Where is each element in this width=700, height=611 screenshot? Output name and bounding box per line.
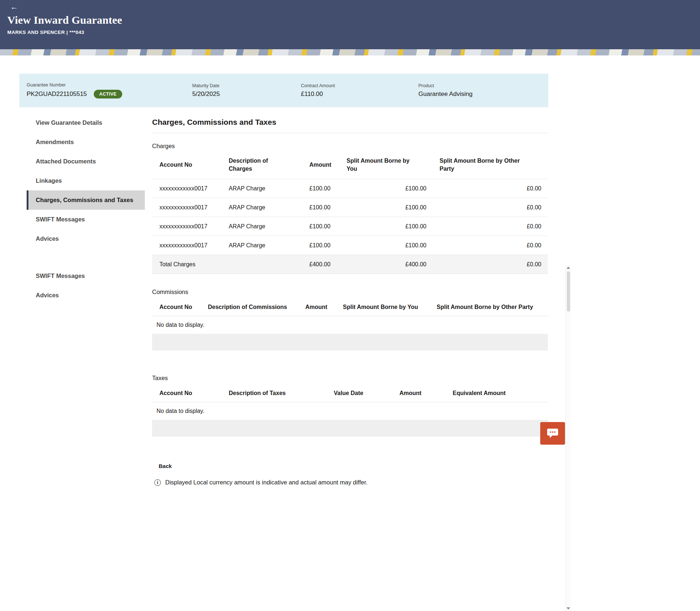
col-account-no: Account No	[159, 390, 229, 397]
guarantee-number-value: PK2GUAD221105515	[27, 90, 87, 98]
vertical-scrollbar[interactable]	[565, 265, 571, 611]
sidebar-item-linkages[interactable]: Linkages	[27, 171, 145, 190]
account-no-cell: xxxxxxxxxxxx0017	[152, 179, 221, 198]
amount-cell: £100.00	[309, 217, 347, 236]
col-amount: Amount	[309, 151, 347, 179]
sidebar-item-advices-2[interactable]: Advices	[27, 286, 145, 305]
charges-table: Account No Description of Charges Amount…	[152, 151, 548, 274]
split-other-cell: £0.00	[440, 236, 548, 255]
back-button[interactable]: Back	[159, 463, 172, 469]
account-no-cell: xxxxxxxxxxxx0017	[152, 198, 221, 217]
col-split-other: Split Amount Borne by Other Party	[437, 304, 548, 310]
summary-field-maturity-date: Maturity Date 5/20/2025	[192, 83, 301, 98]
page-title: View Inward Guarantee	[7, 14, 700, 26]
field-label: Product	[418, 83, 472, 88]
chat-bubble-icon	[546, 428, 559, 440]
taxes-header-row: Account No Description of Taxes Value Da…	[152, 384, 548, 402]
col-amount: Amount	[399, 390, 453, 397]
page-subtitle: MARKS AND SPENCER | ***043	[7, 30, 700, 35]
sidebar-item-swift-messages[interactable]: SWIFT Messages	[27, 210, 145, 229]
total-split-you: £400.00	[347, 255, 440, 274]
product-value: Guarantee Advising	[418, 90, 472, 98]
summary-field-product: Product Guarantee Advising	[418, 83, 472, 98]
sidebar-item-swift-messages-2[interactable]: SWIFT Messages	[27, 266, 145, 286]
commissions-empty-text: No data to display.	[152, 316, 548, 334]
field-label: Maturity Date	[192, 83, 301, 88]
charges-section-label: Charges	[152, 143, 548, 150]
col-split-other: Split Amount Borne by Other Party	[440, 151, 548, 179]
commissions-section-label: Commissions	[152, 289, 548, 295]
total-label: Total Charges	[152, 255, 221, 274]
description-cell: ARAP Charge	[221, 236, 309, 255]
col-description: Description of Charges	[221, 151, 309, 179]
col-value-date: Value Date	[334, 390, 399, 397]
taxes-section-label: Taxes	[152, 375, 548, 382]
scrollbar-thumb[interactable]	[567, 271, 570, 312]
scroll-up-icon[interactable]	[566, 267, 570, 269]
chat-button[interactable]	[540, 422, 565, 445]
field-label: Contract Amount	[301, 83, 418, 88]
commissions-header-row: Account No Description of Commissions Am…	[152, 298, 548, 316]
summary-field-contract-amount: Contract Amount £110.00	[301, 83, 418, 98]
status-badge: ACTIVE	[94, 90, 122, 98]
info-icon: i	[154, 479, 161, 486]
page-header: ← View Inward Guarantee MARKS AND SPENCE…	[0, 0, 700, 49]
summary-field-guarantee-number: Guarantee Number PK2GUAD221105515 ACTIVE	[27, 82, 192, 98]
total-split-other: £0.00	[440, 255, 548, 274]
col-account-no: Account No	[159, 304, 208, 310]
contract-amount-value: £110.00	[301, 90, 418, 98]
charges-row: xxxxxxxxxxxx0017 ARAP Charge £100.00 £10…	[152, 236, 548, 255]
currency-note: i Displayed Local currency amount is ind…	[154, 479, 548, 486]
col-description: Description of Commissions	[208, 304, 305, 310]
split-other-cell: £0.00	[440, 179, 548, 198]
split-you-cell: £100.00	[347, 198, 440, 217]
back-arrow-icon[interactable]: ←	[10, 3, 18, 11]
main-content: Charges, Commissions and Taxes Charges A…	[152, 113, 548, 486]
col-equivalent-amount: Equivalent Amount	[453, 390, 548, 397]
col-description: Description of Taxes	[229, 390, 334, 397]
description-cell: ARAP Charge	[221, 198, 309, 217]
amount-cell: £100.00	[309, 236, 347, 255]
charges-total-row: Total Charges £400.00 £400.00 £0.00	[152, 255, 548, 274]
sidebar-nav: View Guarantee Details Amendments Attach…	[27, 113, 145, 486]
sidebar-item-advices[interactable]: Advices	[27, 229, 145, 248]
col-split-you: Split Amount Borne by You	[347, 151, 440, 179]
sidebar-item-charges-commissions-taxes[interactable]: Charges, Commissions and Taxes	[27, 190, 145, 210]
sidebar-item-view-guarantee-details[interactable]: View Guarantee Details	[27, 113, 145, 132]
amount-cell: £100.00	[309, 198, 347, 217]
split-other-cell: £0.00	[440, 198, 548, 217]
amount-cell: £100.00	[309, 179, 347, 198]
account-no-cell: xxxxxxxxxxxx0017	[152, 217, 221, 236]
commissions-table: Account No Description of Commissions Am…	[152, 298, 548, 351]
scroll-down-icon[interactable]	[566, 607, 570, 610]
charges-row: xxxxxxxxxxxx0017 ARAP Charge £100.00 £10…	[152, 217, 548, 236]
taxes-empty-text: No data to display.	[152, 402, 548, 420]
field-label: Guarantee Number	[27, 82, 192, 88]
charges-row: xxxxxxxxxxxx0017 ARAP Charge £100.00 £10…	[152, 179, 548, 198]
split-other-cell: £0.00	[440, 217, 548, 236]
charges-header-row: Account No Description of Charges Amount…	[152, 151, 548, 179]
commissions-empty-row	[152, 334, 548, 351]
description-cell: ARAP Charge	[221, 217, 309, 236]
col-amount: Amount	[305, 304, 343, 310]
content-title: Charges, Commissions and Taxes	[152, 113, 548, 133]
sidebar-item-attached-documents[interactable]: Attached Documents	[27, 152, 145, 171]
col-split-you: Split Amount Borne by You	[343, 304, 437, 310]
split-you-cell: £100.00	[347, 236, 440, 255]
description-cell: ARAP Charge	[221, 179, 309, 198]
account-no-cell: xxxxxxxxxxxx0017	[152, 236, 221, 255]
sidebar-item-amendments[interactable]: Amendments	[27, 132, 145, 152]
split-you-cell: £100.00	[347, 179, 440, 198]
taxes-empty-row	[152, 420, 548, 437]
split-you-cell: £100.00	[347, 217, 440, 236]
note-text: Displayed Local currency amount is indic…	[165, 479, 368, 486]
charges-row: xxxxxxxxxxxx0017 ARAP Charge £100.00 £10…	[152, 198, 548, 217]
total-amount: £400.00	[309, 255, 347, 274]
col-account-no: Account No	[152, 151, 221, 179]
taxes-table: Account No Description of Taxes Value Da…	[152, 384, 548, 437]
maturity-date-value: 5/20/2025	[192, 90, 301, 98]
summary-bar: Guarantee Number PK2GUAD221105515 ACTIVE…	[19, 74, 548, 107]
decorative-banner	[0, 49, 700, 55]
